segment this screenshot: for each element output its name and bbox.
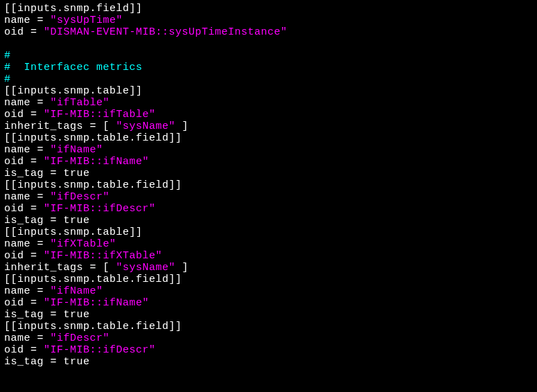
- code-segment: oid =: [4, 109, 44, 121]
- code-line: name = "ifXTable": [4, 238, 116, 250]
- code-segment: # Interfacec metrics: [4, 62, 143, 73]
- code-line: [[inputs.snmp.table.field]]: [4, 321, 182, 332]
- code-line: [[inputs.snmp.table]]: [4, 226, 143, 238]
- code-line: is_tag = true: [4, 215, 90, 226]
- code-line: name = "ifTable": [4, 97, 109, 109]
- code-segment: "ifName": [51, 285, 103, 297]
- code-segment: oid =: [4, 156, 44, 168]
- code-segment: "sysUpTime": [51, 15, 123, 26]
- code-line: name = "ifName": [4, 144, 103, 156]
- code-line: oid = "DISMAN-EVENT-MIB::sysUpTimeInstan…: [4, 26, 288, 38]
- code-segment: "sysName": [116, 262, 176, 274]
- code-line: is_tag = true: [4, 168, 90, 179]
- code-line: [[inputs.snmp.table.field]]: [4, 274, 182, 285]
- code-line: name = "ifName": [4, 285, 103, 297]
- code-line: name = "sysUpTime": [4, 15, 123, 26]
- code-segment: "ifName": [51, 144, 103, 156]
- code-line: [[inputs.snmp.table]]: [4, 85, 143, 97]
- code-segment: ]: [175, 262, 188, 274]
- code-segment: [[inputs.snmp.table.field]]: [4, 179, 182, 191]
- code-segment: name =: [4, 191, 51, 203]
- code-segment: [[inputs.snmp.table.field]]: [4, 132, 182, 144]
- code-segment: "ifDescr": [51, 191, 110, 203]
- code-line: name = "ifDescr": [4, 332, 109, 344]
- code-segment: name =: [4, 285, 51, 297]
- code-segment: [[inputs.snmp.table.field]]: [4, 274, 182, 285]
- code-segment: "IF-MIB::ifName": [44, 156, 149, 168]
- code-segment: [[inputs.snmp.table.field]]: [4, 321, 182, 332]
- code-line: name = "ifDescr": [4, 191, 109, 203]
- code-segment: name =: [4, 238, 51, 250]
- code-line: inherit_tags = [ "sysName" ]: [4, 262, 188, 274]
- code-line: #: [4, 50, 11, 62]
- code-segment: oid =: [4, 250, 44, 262]
- code-line: [[inputs.snmp.table.field]]: [4, 179, 182, 191]
- code-segment: "IF-MIB::ifDescr": [44, 203, 156, 215]
- code-segment: is_tag = true: [4, 168, 90, 179]
- code-segment: name =: [4, 97, 51, 109]
- code-segment: "IF-MIB::ifDescr": [44, 344, 156, 356]
- code-segment: name =: [4, 15, 51, 26]
- code-line: # Interfacec metrics: [4, 62, 143, 73]
- code-segment: is_tag = true: [4, 309, 90, 321]
- code-segment: "DISMAN-EVENT-MIB::sysUpTimeInstance": [44, 26, 288, 38]
- code-segment: ]: [175, 121, 188, 132]
- code-segment: inherit_tags = [: [4, 121, 116, 132]
- code-segment: "ifTable": [51, 97, 110, 109]
- code-segment: [[inputs.snmp.table]]: [4, 226, 143, 238]
- code-segment: "ifDescr": [51, 332, 110, 344]
- code-segment: name =: [4, 332, 51, 344]
- code-line: oid = "IF-MIB::ifXTable": [4, 250, 162, 262]
- code-segment: [[inputs.snmp.table]]: [4, 85, 143, 97]
- code-line: oid = "IF-MIB::ifTable": [4, 109, 156, 121]
- code-line: #: [4, 73, 11, 85]
- code-segment: "IF-MIB::ifXTable": [44, 250, 162, 262]
- code-segment: inherit_tags = [: [4, 262, 116, 274]
- code-segment: "ifXTable": [51, 238, 116, 250]
- code-segment: "IF-MIB::ifName": [44, 297, 149, 309]
- code-line: inherit_tags = [ "sysName" ]: [4, 121, 188, 132]
- code-segment: oid =: [4, 297, 44, 309]
- code-line: oid = "IF-MIB::ifDescr": [4, 344, 156, 356]
- code-line: oid = "IF-MIB::ifDescr": [4, 203, 156, 215]
- code-line: is_tag = true: [4, 356, 90, 368]
- code-segment: #: [4, 73, 11, 85]
- code-segment: is_tag = true: [4, 215, 90, 226]
- code-segment: "IF-MIB::ifTable": [44, 109, 156, 121]
- code-segment: #: [4, 50, 11, 62]
- code-segment: is_tag = true: [4, 356, 90, 368]
- code-segment: oid =: [4, 203, 44, 215]
- code-line: oid = "IF-MIB::ifName": [4, 156, 149, 168]
- code-segment: [[inputs.snmp.field]]: [4, 3, 143, 15]
- code-segment: "sysName": [116, 121, 176, 132]
- code-segment: name =: [4, 144, 51, 156]
- code-line: [[inputs.snmp.table.field]]: [4, 132, 182, 144]
- code-line: is_tag = true: [4, 309, 90, 321]
- code-line: oid = "IF-MIB::ifName": [4, 297, 149, 309]
- code-segment: oid =: [4, 26, 44, 38]
- code-segment: oid =: [4, 344, 44, 356]
- code-line: [[inputs.snmp.field]]: [4, 3, 143, 15]
- terminal-output: [[inputs.snmp.field]] name = "sysUpTime"…: [0, 0, 537, 371]
